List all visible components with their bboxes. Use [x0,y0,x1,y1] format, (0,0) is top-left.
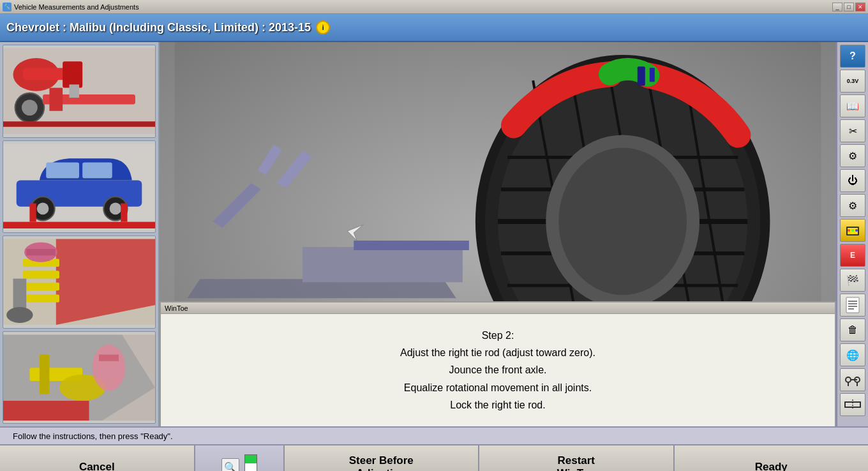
svg-point-5 [22,100,38,116]
vehicle-info-icon[interactable]: i [316,20,330,34]
svg-rect-23 [23,271,59,278]
svg-point-29 [6,307,33,323]
wintoe-titlebar: WinToe [161,303,835,314]
titlebar-title: Vehicle Measurements and Adjustments [14,3,139,11]
right-toolbar: ? 0.3V 📖 ✂ ⚙ ⏻ ⚙ E 🏁 [836,42,868,426]
titlebar: 🔧 Vehicle Measurements and Adjustments _… [0,0,868,14]
svg-rect-20 [121,203,127,221]
svg-rect-8 [69,84,79,98]
svg-rect-25 [23,294,59,302]
wintoe-instruction-1: Adjust the right tie rod (adjust toward … [400,347,595,358]
checkered-flag-button[interactable]: 🏁 [840,269,865,292]
delete-button[interactable]: 🗑 [840,318,865,341]
titlebar-controls: _ □ ✕ [832,3,865,11]
indicator-green [245,455,257,463]
power-button[interactable]: ⏻ [840,169,865,192]
svg-rect-3 [63,61,82,87]
svg-rect-55 [650,68,655,82]
indicator-box [244,454,257,471]
footer: Cancel 🔍 Steer Before Adjusting Restart … [0,444,868,471]
svg-rect-36 [3,400,89,420]
svg-rect-24 [23,283,59,290]
svg-rect-18 [3,221,155,228]
engine-button[interactable]: E [840,244,865,267]
wintoe-instruction-2: Jounce the front axle. [449,364,547,375]
minimize-button[interactable]: _ [832,3,842,11]
cancel-button[interactable]: Cancel [0,445,195,471]
3d-scene: WinToe Step 2: Adjust the right tie rod … [160,42,836,426]
svg-point-17 [110,202,122,214]
svg-point-68 [846,377,851,382]
scissors-button[interactable]: ✂ [840,119,865,142]
sidebar-image-2[interactable] [3,140,156,234]
help-button[interactable]: ? [840,45,865,68]
svg-rect-13 [82,162,112,178]
svg-rect-54 [638,66,645,86]
wintoe-title: WinToe [165,304,188,312]
status-text: Follow the instructions, then press "Rea… [13,431,173,441]
titlebar-icon: 🔧 [3,3,11,11]
center-3d-view[interactable]: WinToe Step 2: Adjust the right tie rod … [160,42,836,426]
svg-rect-35 [99,354,119,361]
svg-rect-32 [40,354,50,394]
steer-before-adjusting-button[interactable]: Steer Before Adjusting [285,445,480,471]
globe-button[interactable]: 🌐 [840,343,865,366]
signal-button[interactable] [840,219,865,242]
svg-rect-7 [49,88,63,111]
vehicle-header: Chevrolet : Malibu (Including Classic, L… [0,14,868,42]
vehicle-title: Chevrolet : Malibu (Including Classic, L… [6,21,311,34]
align-right-button[interactable] [840,393,865,416]
status-bar: Follow the instructions, then press "Rea… [0,426,868,444]
report-button[interactable] [840,294,865,317]
restart-wintoe-button[interactable]: Restart WinToe [479,445,675,471]
svg-rect-19 [29,203,36,221]
close-button[interactable]: ✕ [855,3,865,11]
svg-point-62 [855,229,858,232]
maximize-button[interactable]: □ [844,3,854,11]
svg-rect-12 [46,162,79,178]
ready-button[interactable]: Ready [675,445,869,471]
main-layout: WinToe Step 2: Adjust the right tie rod … [0,42,868,426]
wintoe-instruction-4: Lock the right tie rod. [450,400,545,410]
svg-point-34 [93,345,126,391]
svg-rect-63 [846,297,859,313]
left-sidebar [0,42,160,426]
align-left-button[interactable] [840,368,865,391]
magnifier-icon[interactable]: 🔍 [221,458,239,471]
wintoe-content: Step 2: Adjust the right tie rod (adjust… [161,314,835,426]
svg-point-61 [851,229,854,232]
wintoe-dialog: WinToe Step 2: Adjust the right tie rod … [160,301,836,426]
svg-point-60 [848,229,850,232]
config-button[interactable]: ⚙ [840,194,865,217]
svg-point-15 [37,202,49,214]
wintoe-instruction-3: Equalize rotational movement in all join… [404,382,592,393]
manual-button[interactable]: 📖 [840,94,865,117]
sidebar-image-1[interactable] [3,45,156,138]
voltage-button[interactable]: 0.3V [840,70,865,93]
svg-rect-27 [26,249,56,255]
wintoe-step: Step 2: Adjust the right tie rod (adjust… [186,327,809,414]
steer-before-adjusting-section: 🔍 [195,445,285,471]
settings-button[interactable]: ⚙ [840,144,865,167]
svg-rect-28 [13,279,27,312]
indicator-white [245,463,257,471]
sidebar-image-4[interactable] [3,331,156,424]
sidebar-image-3[interactable] [3,236,156,329]
svg-point-53 [558,148,687,295]
